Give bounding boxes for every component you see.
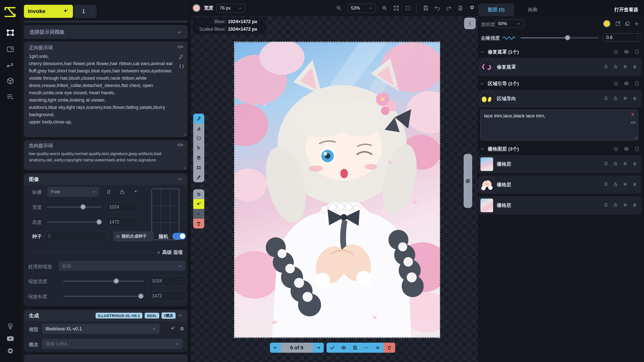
staging-save-button[interactable] [349, 343, 360, 353]
aspect-dropdown[interactable]: Free [47, 187, 99, 197]
zoom-in-icon[interactable] [382, 5, 387, 11]
regional-prompt-box[interactable]: lace trim,lace,black lace trim, </> [480, 110, 638, 140]
pan-hand-tool-button[interactable] [193, 153, 204, 163]
staging-more-button[interactable] [360, 343, 372, 353]
settings-gear-icon[interactable] [4, 345, 16, 357]
save-canvas-icon[interactable] [423, 5, 428, 11]
delete-layer-icon[interactable] [632, 182, 637, 188]
image-section-header[interactable]: 图像 [24, 173, 187, 185]
unlock-icon[interactable] [613, 64, 618, 70]
redo-icon[interactable] [446, 5, 452, 11]
link-icon[interactable] [178, 55, 183, 60]
height-slider-handle[interactable] [97, 219, 102, 224]
group-header-inpaint-mask[interactable]: 修复遮罩 (1个) [480, 49, 519, 55]
unlock-icon[interactable] [613, 203, 618, 208]
bookmark-icon[interactable] [604, 161, 608, 167]
add-layer-icon[interactable] [634, 21, 639, 27]
brush-tool-button[interactable] [193, 114, 204, 123]
duplicate-layer-icon[interactable] [625, 21, 630, 26]
delete-layer-icon[interactable] [632, 161, 637, 167]
lora-dropdown[interactable]: 添加 LoRA [42, 339, 183, 349]
negative-prompt-text[interactable]: low quality,worst quality,normal quality… [29, 151, 180, 169]
staging-cancel-button[interactable] [372, 343, 383, 353]
denoise-slider-handle[interactable] [565, 35, 570, 40]
generate-sparkle-button[interactable] [193, 199, 204, 209]
discard-trash-button[interactable] [193, 219, 204, 229]
advanced-options-toggle[interactable]: 高级 选项 [157, 249, 183, 256]
fit-layer-icon[interactable] [615, 21, 621, 26]
scaled-width-slider-handle[interactable] [114, 279, 119, 284]
code-icon[interactable]: </> [177, 44, 183, 50]
negative-prompt-box[interactable]: 负向提示词 </> low quality,worst quality,norm… [24, 140, 187, 170]
resize-handle-icon[interactable] [183, 166, 186, 169]
height-slider[interactable] [47, 221, 101, 223]
layer-row-inpaint-mask[interactable]: 修复遮罩 [478, 58, 641, 76]
layer-row-regional-guidance[interactable]: 区域导向 [478, 90, 641, 108]
model-sparkle-icon[interactable] [170, 326, 176, 333]
bookmark-icon[interactable] [604, 182, 608, 188]
merge-layers-icon[interactable] [613, 81, 618, 86]
bbox-tool-button[interactable] [193, 163, 204, 172]
opacity-dropdown[interactable]: 50% [495, 19, 524, 28]
rail-tab-gallery[interactable] [4, 43, 16, 55]
bookmark-icon[interactable] [604, 64, 608, 70]
group-visibility-eye-icon[interactable] [624, 146, 629, 151]
open-viewer-button[interactable]: 打开查看器 [614, 7, 638, 13]
layer-row-raster-3[interactable]: 栅格层 [478, 196, 641, 214]
invoke-button[interactable]: Invoke [24, 5, 73, 18]
denoise-input[interactable]: 0.6 [603, 33, 641, 41]
unlock-icon[interactable] [613, 96, 618, 102]
brush-color-swatch[interactable] [193, 5, 200, 11]
scaled-height-input[interactable]: 1472 [149, 291, 186, 301]
cancel-button[interactable] [193, 209, 204, 219]
eraser-tool-button[interactable] [193, 123, 204, 133]
merge-layers-icon[interactable] [613, 49, 618, 54]
code-icon[interactable]: </> [177, 143, 183, 148]
layer-color-swatch[interactable] [604, 21, 610, 27]
brush-width-dropdown[interactable]: 76 px [216, 4, 245, 13]
delete-layer-icon[interactable] [632, 203, 637, 208]
group-visibility-eye-icon[interactable] [624, 81, 629, 86]
layer-color-dot[interactable] [623, 161, 627, 167]
unlock-icon[interactable] [613, 161, 618, 167]
fit-to-view-icon[interactable] [393, 5, 399, 11]
stepper-chevrons[interactable] [91, 9, 94, 14]
layer-color-dot[interactable] [623, 64, 627, 70]
unlock-icon[interactable] [613, 182, 618, 188]
fit-bbox-icon[interactable] [405, 5, 411, 11]
youtube-icon[interactable] [4, 333, 16, 345]
bookmark-icon[interactable] [604, 96, 608, 102]
group-visibility-eye-icon[interactable] [624, 49, 629, 54]
eyedropper-tool-button[interactable] [193, 172, 204, 182]
group-header-regional-guidance[interactable]: 区域引导 (1个) [480, 80, 519, 87]
zoom-out-icon[interactable] [336, 5, 342, 11]
prompt-template-select[interactable]: 选择提示词模板 [24, 25, 187, 39]
layer-row-raster-1[interactable]: 栅格层 [478, 155, 641, 173]
swap-dimensions-icon[interactable] [106, 189, 111, 195]
rect-tool-button[interactable] [193, 133, 204, 143]
resize-handle-icon[interactable] [633, 135, 637, 139]
new-canvas-icon[interactable] [458, 5, 463, 11]
rail-tab-canvas[interactable] [4, 27, 16, 39]
scaled-height-slider-handle[interactable] [138, 294, 143, 299]
delete-layer-icon[interactable] [632, 96, 637, 102]
generation-section-header[interactable]: 生成 ILLUSTRIOUS-XL-V0.1 SDXL 1概念 [24, 310, 187, 321]
random-toggle[interactable] [172, 233, 186, 240]
bookmark-icon[interactable] [604, 203, 608, 208]
optimize-size-sparkle-icon[interactable] [133, 189, 139, 196]
scaled-width-input[interactable]: 1024 [149, 276, 186, 286]
denoise-slider[interactable] [520, 37, 599, 38]
width-slider[interactable] [47, 206, 101, 208]
layer-color-dot[interactable] [623, 96, 627, 102]
whats-new-icon[interactable] [4, 320, 16, 332]
staging-discard-button[interactable] [383, 343, 395, 353]
regional-prompt-text[interactable]: lace trim,lace,black lace trim, [484, 112, 625, 119]
staging-accept-button[interactable] [327, 343, 338, 353]
gallery-drawer-handle[interactable] [464, 154, 472, 208]
height-input[interactable]: 1472 [106, 217, 140, 227]
rail-tab-workflows[interactable] [4, 59, 16, 71]
staging-prev-button[interactable] [270, 343, 281, 353]
layer-color-dot[interactable] [623, 182, 627, 188]
model-dropdown[interactable]: Illustrious-XL-v0.1 [42, 324, 160, 334]
seed-input[interactable]: 0 [45, 231, 107, 241]
